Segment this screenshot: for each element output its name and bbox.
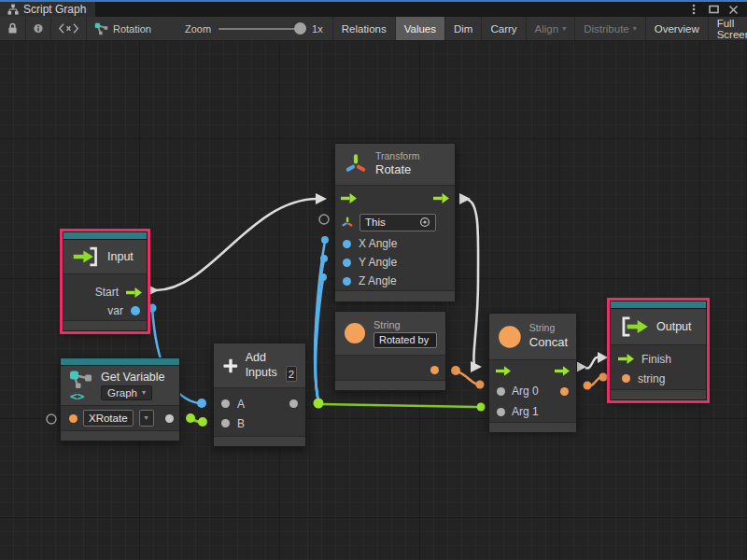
flow-input-port[interactable] <box>496 366 511 376</box>
node-title-line2: Inputs <box>246 366 277 381</box>
node-output[interactable]: Output Finish string <box>610 301 707 400</box>
toolbar-buttons: Relations Values Dim Carry Align▾ Distri… <box>332 17 747 40</box>
input-port-a[interactable] <box>221 399 230 408</box>
string-icon <box>498 325 522 349</box>
overview-button[interactable]: Overview <box>645 17 708 40</box>
values-button[interactable]: Values <box>395 17 444 40</box>
string-output-port[interactable] <box>430 366 439 374</box>
maximize-icon[interactable] <box>707 3 720 16</box>
string-value-field[interactable]: Rotated by <box>374 332 437 348</box>
node-title: Rotate <box>375 162 419 178</box>
this-target-field[interactable]: This <box>359 214 436 231</box>
event-accent-bar <box>63 232 147 240</box>
port-label: string <box>638 372 665 385</box>
chevron-down-icon: ▾ <box>145 414 148 422</box>
string-icon <box>344 322 366 344</box>
carry-button[interactable]: Carry <box>481 17 525 40</box>
tool-name-label: Rotation <box>108 23 151 35</box>
zoom-control: Zoom 1x <box>159 17 332 40</box>
variable-scope-dropdown[interactable]: Graph ▾ <box>101 385 152 400</box>
y-angle-port[interactable] <box>343 259 351 267</box>
arg0-input-port[interactable] <box>497 387 505 396</box>
port-label: A <box>237 398 245 411</box>
value-output-port[interactable] <box>131 306 140 315</box>
node-footer <box>335 291 455 301</box>
port-label: var <box>107 304 123 317</box>
relations-button[interactable]: Relations <box>332 17 395 40</box>
port-label: Y Angle <box>359 256 397 269</box>
tab-title: Script Graph <box>23 3 86 16</box>
zoom-slider[interactable] <box>218 28 304 30</box>
string-input-port[interactable] <box>622 374 630 383</box>
result-output-port[interactable] <box>560 387 569 396</box>
get-variable-icon: <> <box>69 369 93 402</box>
window-controls <box>687 2 747 17</box>
variable-accent-bar <box>61 358 179 366</box>
flow-input-port[interactable] <box>341 193 357 203</box>
node-footer <box>61 431 179 441</box>
lock-button[interactable] <box>0 17 26 40</box>
window-focus-line <box>0 0 747 2</box>
node-string-literal[interactable]: String Rotated by <box>334 311 446 391</box>
chevron-down-icon: ▾ <box>562 25 566 33</box>
current-tool-indicator[interactable]: Rotation <box>87 17 159 40</box>
zoom-value: 1x <box>312 23 323 35</box>
kebab-menu-icon[interactable] <box>687 3 700 16</box>
node-title: Get Variable <box>101 371 165 384</box>
port-label: Z Angle <box>359 274 397 287</box>
node-footer <box>335 381 445 390</box>
node-transform-rotate[interactable]: Transform Rotate This <box>334 143 456 300</box>
event-accent-bar <box>611 301 706 309</box>
window-tab-bar: Script Graph <box>0 0 747 17</box>
flow-input-port[interactable] <box>618 354 634 364</box>
info-icon <box>34 22 43 35</box>
node-get-variable[interactable]: <> Get Variable Graph ▾ XRotate ▾ <box>60 357 180 441</box>
node-footer <box>214 437 305 446</box>
x-angle-port[interactable] <box>343 240 351 248</box>
add-icon <box>222 355 239 377</box>
info-button[interactable] <box>26 17 51 40</box>
arg1-input-port[interactable] <box>497 408 505 416</box>
input-count-field[interactable]: 2 <box>286 366 297 382</box>
node-title: Output <box>656 320 692 333</box>
output-unit-icon <box>619 315 649 338</box>
flow-output-port[interactable] <box>433 193 449 203</box>
value-output-port[interactable] <box>165 414 174 423</box>
node-category: String <box>529 322 568 335</box>
close-icon[interactable] <box>726 3 740 16</box>
flow-output-port[interactable] <box>555 366 570 376</box>
variable-picker-dropdown[interactable]: ▾ <box>139 410 154 427</box>
distribute-button[interactable]: Distribute▾ <box>574 17 645 40</box>
transform-icon <box>344 152 368 177</box>
port-label: Arg 1 <box>512 405 539 418</box>
flow-output-port[interactable] <box>126 287 142 298</box>
node-add-inputs[interactable]: Add Inputs 2 A B <box>213 343 306 447</box>
chevron-down-icon: ▾ <box>633 25 637 33</box>
node-input[interactable]: Input Start var <box>63 231 148 331</box>
graph-toolbar: Rotation Zoom 1x Relations Values Dim Ca… <box>0 17 747 41</box>
transform-mini-icon <box>341 216 354 230</box>
node-title: Input <box>107 250 134 263</box>
node-title: Concat <box>529 335 568 351</box>
variable-name-field[interactable]: XRotate <box>83 410 134 427</box>
result-output-port[interactable] <box>289 399 298 408</box>
node-category: Transform <box>375 150 419 163</box>
fullscreen-button[interactable]: Full Screen <box>708 17 747 40</box>
node-footer <box>63 321 147 330</box>
target-picker-icon[interactable] <box>419 217 430 228</box>
dim-button[interactable]: Dim <box>444 17 481 40</box>
port-label: Finish <box>641 353 671 366</box>
tab-script-graph[interactable]: Script Graph <box>0 2 95 17</box>
z-angle-port[interactable] <box>343 277 351 286</box>
zoom-slider-handle[interactable] <box>294 22 306 35</box>
chevron-down-icon: ▾ <box>142 389 146 397</box>
lock-icon <box>7 22 18 35</box>
port-label: X Angle <box>359 237 397 250</box>
port-label: Start <box>95 286 119 299</box>
node-string-concat[interactable]: String Concat Arg 0 Arg 1 <box>488 313 577 430</box>
input-port-b[interactable] <box>221 419 230 427</box>
align-button[interactable]: Align▾ <box>526 17 575 40</box>
inspect-unit-button[interactable] <box>51 17 87 40</box>
script-graph-icon <box>7 4 19 15</box>
name-input-port[interactable] <box>69 414 78 423</box>
